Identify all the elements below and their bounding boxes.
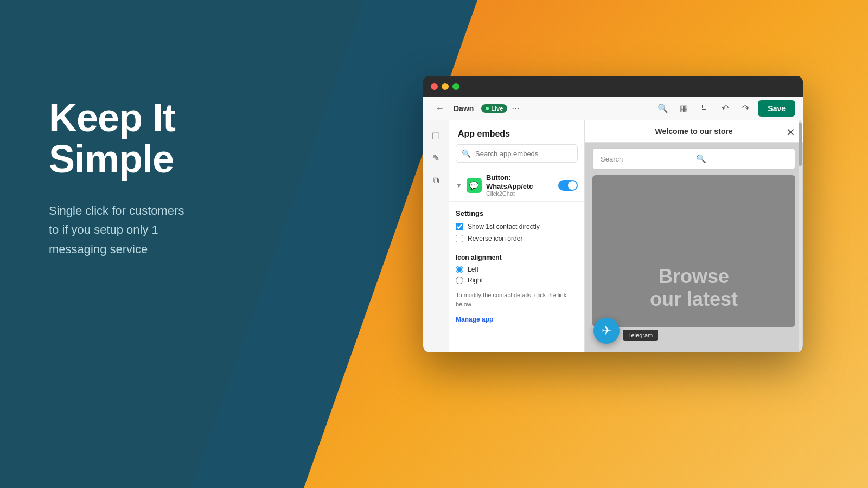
back-icon[interactable]: ← — [431, 99, 449, 118]
more-options[interactable]: ··· — [512, 102, 520, 114]
app-embeds-panel: App embeds 🔍 ▼ 💬 Button: WhatsApp/etc Cl… — [449, 120, 585, 352]
sub-text: Single click for customers to if you set… — [49, 201, 184, 259]
live-badge: Live — [481, 104, 507, 113]
scrollbar-thumb — [799, 123, 802, 166]
select-icon[interactable]: ▦ — [675, 100, 692, 117]
search-preview-text: Search — [601, 155, 692, 163]
live-dot — [486, 107, 489, 110]
main-heading: Keep It Simple — [49, 98, 184, 179]
search-embed-box[interactable]: 🔍 — [456, 144, 578, 163]
title-bar — [423, 76, 803, 97]
close-button[interactable] — [431, 83, 438, 90]
search-toolbar-icon[interactable]: 🔍 — [655, 100, 671, 117]
manage-app-link[interactable]: Manage app — [456, 316, 493, 323]
preview-icon[interactable]: 🖶 — [696, 100, 712, 117]
embed-sub: Click2Chat — [486, 190, 554, 197]
search-glass-icon: 🔍 — [696, 154, 787, 164]
maximize-button[interactable] — [452, 83, 459, 90]
traffic-lights — [431, 83, 459, 90]
redo-icon[interactable]: ↷ — [737, 100, 754, 117]
contact-note: To modify the contact details, click the… — [456, 291, 578, 309]
sidebar-icons: ◫ ✎ ⧉ — [423, 120, 449, 352]
radio-left-label: Left — [468, 266, 478, 273]
customize-icon[interactable]: ✎ — [427, 149, 445, 167]
content-area: ◫ ✎ ⧉ App embeds 🔍 ▼ 💬 Button: WhatsApp/… — [423, 120, 803, 352]
settings-section: Settings Show 1st contact directly Rever… — [449, 202, 584, 331]
settings-divider — [456, 248, 578, 248]
radio-right-input[interactable] — [456, 277, 463, 284]
close-search-icon[interactable]: ✕ — [786, 126, 795, 139]
search-embed-input[interactable] — [475, 150, 572, 158]
theme-name: Dawn — [454, 104, 474, 113]
radio-left-input[interactable] — [456, 266, 463, 273]
embed-toggle[interactable] — [558, 180, 578, 191]
panel-header: App embeds — [449, 120, 584, 144]
minimize-button[interactable] — [442, 83, 449, 90]
alignment-label: Icon alignment — [456, 254, 578, 261]
embed-app-icon: 💬 — [467, 178, 482, 193]
checkbox-reverse-label: Reverse icon order — [468, 235, 522, 242]
checkbox-show-first-label: Show 1st contact directly — [468, 223, 540, 230]
checkbox-reverse-input[interactable] — [456, 235, 463, 242]
search-embed-icon: 🔍 — [462, 149, 471, 158]
sections-icon[interactable]: ◫ — [427, 126, 445, 144]
undo-icon[interactable]: ↶ — [717, 100, 733, 117]
checkbox-reverse: Reverse icon order — [456, 235, 578, 242]
save-button[interactable]: Save — [758, 100, 795, 117]
embed-name: Button: WhatsApp/etc — [486, 174, 554, 190]
store-title: Welcome to our store — [585, 120, 803, 143]
top-toolbar: ← Dawn Live ··· 🔍 ▦ 🖶 ↶ ↷ Save — [423, 97, 803, 120]
telegram-tooltip: Telegram — [623, 330, 658, 341]
preview-overlay-text: Browse our latest — [650, 265, 738, 311]
left-panel: Keep It Simple Single click for customer… — [49, 98, 184, 259]
embed-chevron-icon[interactable]: ▼ — [456, 182, 462, 189]
settings-title: Settings — [456, 209, 578, 217]
search-bar-preview[interactable]: Search 🔍 — [592, 148, 795, 170]
browser-window: ← Dawn Live ··· 🔍 ▦ 🖶 ↶ ↷ Save ◫ ✎ ⧉ App… — [423, 76, 803, 352]
embed-row: ▼ 💬 Button: WhatsApp/etc Click2Chat — [449, 169, 584, 202]
preview-image: Browse our latest — [592, 175, 795, 327]
preview-area: Welcome to our store Search 🔍 ✕ Browse o… — [585, 120, 803, 352]
embed-info: Button: WhatsApp/etc Click2Chat — [486, 174, 554, 197]
radio-left: Left — [456, 266, 578, 273]
radio-right: Right — [456, 277, 578, 284]
checkbox-show-first: Show 1st contact directly — [456, 223, 578, 230]
radio-right-label: Right — [468, 277, 483, 284]
checkbox-show-first-input[interactable] — [456, 223, 463, 230]
telegram-button[interactable]: ✈ — [593, 318, 620, 344]
apps-icon[interactable]: ⧉ — [427, 171, 445, 190]
preview-scrollbar[interactable] — [799, 120, 802, 352]
